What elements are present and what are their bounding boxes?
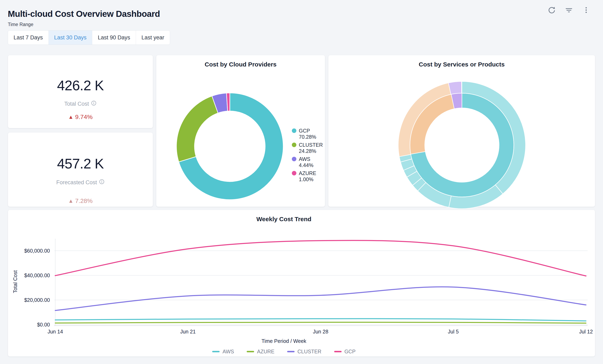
svg-text:$40,000.00: $40,000.00	[24, 273, 50, 278]
total-cost-delta-value: 9.74%	[75, 113, 93, 121]
cost-by-cloud-providers-legend: GCP 70.28% CLUSTER 24.28% AWS 4.44% AZUR…	[292, 128, 325, 185]
total-cost-delta: ▲ 9.74%	[68, 113, 93, 121]
refresh-icon	[547, 6, 556, 15]
forecasted-cost-label-row: Forecasted Cost	[56, 179, 104, 186]
cost-by-cloud-providers-card: Cost by Cloud Providers GCP 70.28% CLUST…	[156, 55, 325, 207]
trend-legend-item-gcp[interactable]: GCP	[334, 349, 356, 354]
filter-icon	[564, 6, 573, 15]
refresh-button[interactable]	[547, 5, 557, 15]
weekly-cost-trend-legend: AWS AZURE CLUSTER GCP	[212, 349, 356, 354]
delta-up-icon: ▲	[68, 114, 73, 120]
trend-legend-item-azure[interactable]: AZURE	[247, 349, 274, 354]
gcp-line-swatch	[334, 351, 342, 352]
more-options-button[interactable]	[581, 5, 591, 15]
page-title: Multi-cloud Cost Overview Dashboard	[8, 9, 160, 19]
aws-legend-label: AWS 4.44%	[299, 156, 325, 168]
delta-up-icon: ▲	[68, 198, 73, 204]
svg-text:$20,000.00: $20,000.00	[24, 297, 50, 303]
kebab-menu-icon	[582, 6, 591, 15]
weekly-cost-trend-card: Weekly Cost Trend $0.00$20,000.00$40,000…	[8, 210, 595, 357]
legend-item-aws[interactable]: AWS 4.44%	[292, 156, 325, 168]
cost-by-cloud-providers-title: Cost by Cloud Providers	[156, 61, 325, 68]
azure-line-swatch	[247, 351, 254, 352]
cost-by-services-or-products-title: Cost by Services or Products	[328, 61, 595, 68]
time-range-button-group: Last 7 Days Last 30 Days Last 90 Days La…	[8, 30, 170, 45]
dashboard-page: { "page": { "background": "#f3f5f8", "ca…	[0, 0, 603, 364]
forecasted-cost-value: 457.2 K	[57, 155, 104, 172]
trend-legend-item-cluster[interactable]: CLUSTER	[287, 349, 321, 354]
forecasted-cost-kpi-card: 457.2 K Forecasted Cost ▲ 7.28%	[8, 132, 153, 207]
svg-text:Jun 21: Jun 21	[180, 329, 196, 334]
cost-by-services-or-products-sunburst-chart	[398, 81, 526, 209]
cost-by-cloud-providers-donut-chart	[172, 89, 287, 204]
trend-legend-item-aws[interactable]: AWS	[212, 349, 234, 354]
forecasted-cost-label: Forecasted Cost	[56, 179, 97, 186]
gcp-legend-dot	[292, 128, 296, 133]
cluster-legend-label: CLUSTER 24.28%	[299, 142, 325, 154]
svg-text:$0.00: $0.00	[37, 322, 50, 328]
forecasted-cost-delta-value: 7.28%	[75, 197, 93, 204]
cost-by-services-or-products-card: Cost by Services or Products	[328, 55, 595, 207]
azure-legend-label: AZURE 1.00%	[299, 170, 325, 182]
total-cost-label-row: Total Cost	[64, 100, 96, 107]
gcp-legend-label: GCP 70.28%	[299, 128, 325, 140]
svg-text:Total Cost: Total Cost	[12, 270, 18, 293]
aws-series-label: AWS	[222, 349, 234, 354]
filter-button[interactable]	[564, 5, 574, 15]
cluster-series-label: CLUSTER	[297, 349, 321, 354]
aws-line-swatch	[212, 351, 220, 352]
gcp-series-label: GCP	[344, 349, 356, 354]
time-range-last-30-days[interactable]: Last 30 Days	[49, 31, 93, 44]
legend-item-gcp[interactable]: GCP 70.28%	[292, 128, 325, 140]
info-icon[interactable]	[99, 179, 104, 186]
time-range-last-year[interactable]: Last year	[136, 31, 170, 44]
total-cost-kpi-card: 426.2 K Total Cost ▲ 9.74%	[8, 55, 153, 128]
azure-series-label: AZURE	[257, 349, 274, 354]
svg-text:Jul 5: Jul 5	[448, 329, 459, 334]
total-cost-label: Total Cost	[64, 101, 89, 107]
time-range-last-90-days[interactable]: Last 90 Days	[92, 31, 136, 44]
legend-item-cluster[interactable]: CLUSTER 24.28%	[292, 142, 325, 154]
time-range-label: Time Range	[8, 22, 33, 27]
aws-legend-dot	[292, 157, 296, 161]
legend-item-azure[interactable]: AZURE 1.00%	[292, 170, 325, 182]
cluster-legend-dot	[292, 143, 296, 147]
total-cost-value: 426.2 K	[57, 77, 104, 93]
svg-text:Time Period / Week: Time Period / Week	[261, 338, 306, 344]
svg-text:Jul 12: Jul 12	[579, 329, 593, 334]
forecasted-cost-delta: ▲ 7.28%	[68, 197, 93, 204]
svg-text:Jun 28: Jun 28	[313, 329, 328, 334]
svg-text:$60,000.00: $60,000.00	[24, 248, 50, 254]
azure-legend-dot	[292, 171, 296, 176]
weekly-cost-trend-line-chart: $0.00$20,000.00$40,000.00$60,000.00Total…	[8, 210, 595, 356]
cluster-line-swatch	[287, 351, 294, 352]
header-actions	[547, 5, 591, 15]
time-range-last-7-days[interactable]: Last 7 Days	[8, 31, 49, 44]
info-icon[interactable]	[91, 100, 96, 107]
svg-text:Jun 14: Jun 14	[47, 329, 63, 334]
